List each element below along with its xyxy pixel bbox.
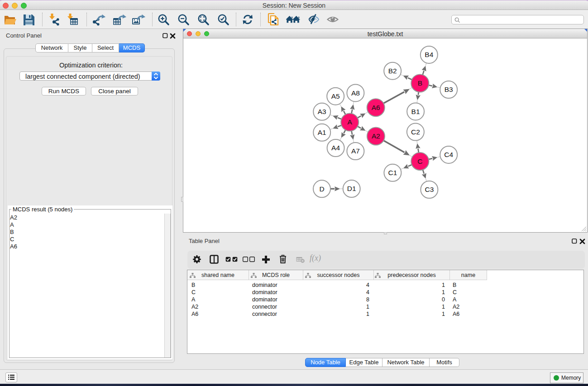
svg-text:A: A — [348, 118, 353, 126]
svg-text:B3: B3 — [445, 86, 453, 93]
svg-text:A1: A1 — [318, 129, 326, 136]
svg-text:C3: C3 — [425, 186, 434, 193]
svg-text:C2: C2 — [411, 128, 420, 136]
svg-text:C4: C4 — [444, 151, 453, 158]
svg-text:A6: A6 — [372, 104, 380, 111]
svg-text:B: B — [418, 79, 422, 87]
svg-text:A8: A8 — [351, 89, 360, 97]
svg-text:A7: A7 — [351, 147, 360, 155]
svg-text:A5: A5 — [331, 92, 340, 100]
svg-text:A3: A3 — [318, 108, 326, 115]
svg-text:A2: A2 — [372, 132, 380, 140]
svg-text:C: C — [417, 157, 422, 165]
svg-text:B4: B4 — [425, 51, 433, 58]
svg-text:D1: D1 — [347, 185, 356, 192]
svg-text:C1: C1 — [388, 169, 397, 176]
svg-text:B1: B1 — [411, 108, 420, 115]
svg-text:A4: A4 — [331, 144, 340, 152]
svg-text:B2: B2 — [388, 67, 397, 75]
svg-text:D: D — [319, 185, 324, 193]
